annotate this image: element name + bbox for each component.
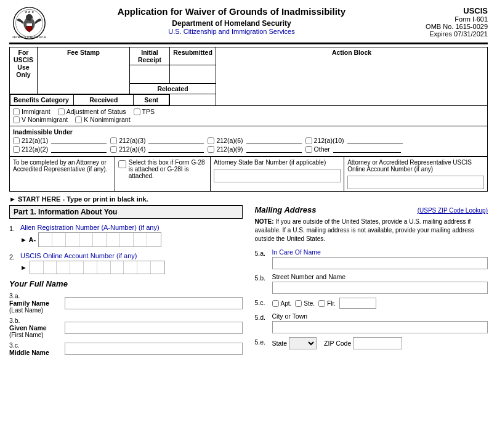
field1-input-row: ► A- [20, 232, 243, 247]
acct-seg-5[interactable] [84, 261, 97, 274]
street-number-input[interactable] [272, 282, 488, 294]
acct-seg-9[interactable] [137, 261, 151, 274]
inadmissible-title: Inadmissible Under [13, 128, 484, 136]
inadm-212a1: 212(a)(1) [13, 137, 107, 144]
header-divider [9, 43, 488, 44]
usps-link[interactable]: (USPS ZIP Code Lookup) [418, 207, 488, 214]
inadm-other: Other [305, 145, 401, 153]
a-number-input[interactable] [38, 232, 161, 247]
resubmitted-cell: Resubmitted [170, 47, 216, 65]
field2-row: 2. USCIS Online Account Number (if any) … [9, 252, 243, 274]
mailing-title: Mailing Address [255, 205, 317, 214]
acct-seg-1[interactable] [30, 261, 44, 274]
start-here-label: ► START HERE - Type or print in black in… [9, 195, 488, 203]
flr-checkbox[interactable] [318, 300, 325, 307]
right-column: Mailing Address (USPS ZIP Code Lookup) N… [249, 205, 488, 359]
a-seg-7[interactable] [120, 233, 134, 246]
in-care-of-input[interactable] [272, 257, 488, 269]
inadm-212a6: 212(a)(6) [208, 137, 301, 144]
attorney-uscis-account-input[interactable] [347, 176, 484, 189]
received-label: Received [74, 95, 134, 105]
inadm-other-checkbox[interactable] [305, 146, 312, 153]
attorney-col2: Select this box if Form G-28 is attached… [115, 157, 210, 192]
agency-label: USCIS [414, 6, 488, 15]
a-seg-3[interactable] [66, 233, 79, 246]
v-nonimmigrant-checkbox[interactable] [13, 116, 20, 123]
inadm-212a4-checkbox[interactable] [110, 146, 117, 153]
svg-text:★ ★ ★: ★ ★ ★ [25, 10, 34, 14]
attorney-state-bar-input[interactable] [214, 169, 341, 182]
cb-tps: TPS [134, 108, 155, 115]
middle-name-input[interactable] [65, 343, 243, 355]
note-label: NOTE: [255, 218, 274, 225]
action-block-cell: Action Block [216, 47, 488, 106]
acct-seg-10[interactable] [151, 261, 164, 274]
field3b-row: 3.b. Given Name (First Name) [9, 317, 243, 338]
attorney-table: To be completed by an Attorney or Accred… [9, 157, 488, 192]
uscis-name: U.S. Citizenship and Immigration Service… [49, 28, 414, 35]
ste-checkbox[interactable] [295, 300, 302, 307]
g28-checkbox[interactable] [118, 160, 126, 168]
form-number: Form I-601 [414, 15, 488, 23]
field5ef-row: 5.e. State AL AK AZ CA FL NY TX [255, 337, 488, 349]
attorney-col1: To be completed by an Attorney or Accred… [10, 157, 115, 192]
inadm-212a1-checkbox[interactable] [13, 137, 20, 144]
field5e-label: State [272, 340, 288, 347]
a-seg-2[interactable] [52, 233, 66, 246]
for-uscis-cell: For USCIS Use Only [10, 47, 38, 94]
acct-seg-6[interactable] [97, 261, 111, 274]
inadm-212a4: 212(a)(4) [110, 145, 204, 153]
cb-k-nonimmigrant: K Nonimmigrant [75, 116, 130, 123]
a-seg-8[interactable] [134, 233, 147, 246]
field5a-row: 5.a. In Care Of Name [255, 248, 488, 269]
inadm-212a9-checkbox[interactable] [208, 146, 214, 153]
a-seg-6[interactable] [107, 233, 120, 246]
form-id-block: USCIS Form I-601 OMB No. 1615-0029 Expir… [414, 6, 488, 38]
adjustment-checkbox[interactable] [58, 108, 65, 115]
inadm-212a2-checkbox[interactable] [13, 146, 20, 153]
zip-input[interactable] [353, 337, 402, 349]
immigrant-checkbox[interactable] [13, 108, 20, 115]
given-name-input[interactable] [65, 322, 243, 334]
field5d-num: 5.d. [255, 312, 272, 321]
field5a-content: In Care Of Name [272, 248, 488, 269]
resubmitted-input-cell [170, 65, 216, 84]
family-name-input[interactable] [65, 297, 243, 309]
acct-seg-3[interactable] [57, 261, 70, 274]
state-zip-row: State AL AK AZ CA FL NY TX [272, 337, 488, 349]
inadmissible-section: Inadmissible Under 212(a)(1) 212(a)(3) 2… [9, 126, 488, 157]
field5c-content: Apt. Ste. Flr. [272, 298, 488, 309]
dept-name: Department of Homeland Security [49, 19, 414, 28]
field3c-row: 3.c. Middle Name [9, 341, 243, 356]
field5e-num: 5.e. [255, 337, 272, 346]
a-seg-1[interactable] [39, 233, 52, 246]
city-input[interactable] [272, 321, 488, 333]
acct-seg-2[interactable] [44, 261, 57, 274]
acct-seg-4[interactable] [70, 261, 84, 274]
field3a-sub: (Last Name) [9, 307, 62, 314]
inadm-212a10-checkbox[interactable] [305, 137, 312, 144]
field2-label: USCIS Online Account Number (if any) [20, 252, 243, 259]
field3a-row: 3.a. Family Name (Last Name) [9, 292, 243, 314]
k-nonimmigrant-checkbox[interactable] [75, 116, 82, 123]
a-seg-9[interactable] [147, 233, 161, 246]
a-seg-4[interactable] [79, 233, 93, 246]
part1-header: Part 1. Information About You [9, 205, 243, 219]
field3a-num: 3.a. [9, 292, 62, 299]
acct-seg-8[interactable] [124, 261, 137, 274]
ste-item: Ste. [295, 300, 315, 307]
inadm-212a6-checkbox[interactable] [208, 137, 214, 144]
apt-number-input[interactable] [339, 298, 376, 309]
a-seg-5[interactable] [93, 233, 107, 246]
field2-input-row: ► [20, 261, 243, 274]
inadm-212a3-checkbox[interactable] [110, 137, 117, 144]
acct-seg-7[interactable] [111, 261, 124, 274]
tps-checkbox[interactable] [134, 108, 140, 115]
field3c-main: Middle Name [9, 349, 62, 356]
state-select[interactable]: AL AK AZ CA FL NY TX [289, 337, 317, 349]
field5a-label: In Care Of Name [272, 248, 488, 256]
field3b-main: Given Name [9, 324, 62, 332]
uscis-account-input[interactable] [30, 261, 165, 274]
apt-checkbox[interactable] [272, 300, 279, 307]
benefits-section: Immigrant Adjustment of Status TPS V Non… [9, 106, 488, 126]
